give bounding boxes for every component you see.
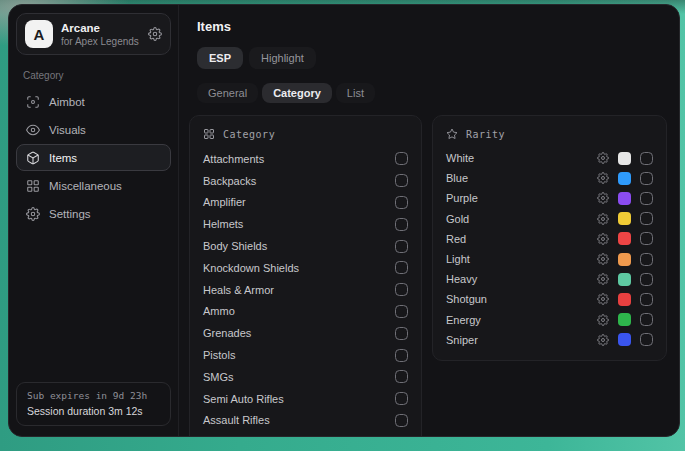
rarity-color-swatch[interactable] (618, 273, 631, 286)
category-row[interactable]: LMGs (203, 431, 408, 436)
rarity-checkbox[interactable] (640, 172, 653, 185)
rarity-row[interactable]: Shotgun (446, 289, 653, 309)
category-checkbox[interactable] (395, 392, 408, 405)
category-checkbox[interactable] (395, 196, 408, 209)
rarity-color-swatch[interactable] (618, 232, 631, 245)
sidebar-item-miscellaneous[interactable]: Miscellaneous (16, 172, 171, 199)
rarity-checkbox[interactable] (640, 293, 653, 306)
rarity-checkbox[interactable] (640, 212, 653, 225)
rarity-color-swatch[interactable] (618, 333, 631, 346)
category-row[interactable]: Knockdown Shields (203, 257, 408, 279)
sidebar-item-visuals[interactable]: Visuals (16, 116, 171, 143)
rarity-row-label: Sniper (446, 334, 478, 346)
rarity-row[interactable]: Sniper (446, 330, 653, 350)
rarity-settings-icon[interactable] (597, 172, 609, 184)
category-row-label: Knockdown Shields (203, 262, 299, 274)
rarity-checkbox[interactable] (640, 333, 653, 346)
rarity-settings-icon[interactable] (597, 233, 609, 245)
category-checkbox[interactable] (395, 218, 408, 231)
rarity-settings-icon[interactable] (597, 334, 609, 346)
category-checkbox[interactable] (395, 370, 408, 383)
arcane-window: A Arcane for Apex Legends Category Aimbo… (8, 4, 680, 437)
category-row[interactable]: Amplifier (203, 192, 408, 214)
sidebar-item-label: Miscellaneous (49, 180, 122, 192)
category-row-label: Ammo (203, 305, 235, 317)
rarity-row-controls (597, 172, 653, 185)
category-row-label: SMGs (203, 371, 234, 383)
category-checkbox[interactable] (395, 414, 408, 427)
category-row[interactable]: Heals & Armor (203, 279, 408, 301)
rarity-row[interactable]: Red (446, 229, 653, 249)
rarity-row[interactable]: White (446, 148, 653, 168)
rarity-color-swatch[interactable] (618, 172, 631, 185)
rarity-color-swatch[interactable] (618, 293, 631, 306)
category-row[interactable]: Body Shields (203, 235, 408, 257)
rarity-color-swatch[interactable] (618, 313, 631, 326)
rarity-list: White Blue Purple Gold (446, 148, 653, 350)
rarity-color-swatch[interactable] (618, 253, 631, 266)
category-row-label: Attachments (203, 153, 264, 165)
sidebar-item-label: Visuals (49, 124, 86, 136)
tab-category[interactable]: Category (262, 83, 332, 103)
rarity-row[interactable]: Purple (446, 188, 653, 208)
subscription-info-card: Sub expires in 9d 23h Session duration 3… (16, 382, 171, 426)
category-checkbox[interactable] (395, 152, 408, 165)
mode-highlight-button[interactable]: Highlight (249, 47, 316, 69)
rarity-checkbox[interactable] (640, 273, 653, 286)
rarity-row-controls (597, 313, 653, 326)
category-row[interactable]: Backpacks (203, 170, 408, 192)
rarity-row-controls (597, 152, 653, 165)
rarity-settings-icon[interactable] (597, 152, 609, 164)
category-checkbox[interactable] (395, 261, 408, 274)
category-row[interactable]: Pistols (203, 344, 408, 366)
category-checkbox[interactable] (395, 327, 408, 340)
rarity-panel-header: Rarity (446, 128, 653, 140)
rarity-checkbox[interactable] (640, 253, 653, 266)
category-checkbox[interactable] (395, 283, 408, 296)
category-row[interactable]: Helmets (203, 213, 408, 235)
category-row[interactable]: Semi Auto Rifles (203, 388, 408, 410)
rarity-settings-icon[interactable] (597, 273, 609, 285)
category-row[interactable]: Grenades (203, 322, 408, 344)
category-row[interactable]: Assault Rifles (203, 410, 408, 432)
rarity-color-swatch[interactable] (618, 192, 631, 205)
rarity-settings-icon[interactable] (597, 253, 609, 265)
category-row-label: Assault Rifles (203, 414, 270, 426)
grid-icon (203, 128, 215, 140)
rarity-row[interactable]: Blue (446, 168, 653, 188)
page-title: Items (197, 19, 667, 34)
rarity-settings-icon[interactable] (597, 314, 609, 326)
category-checkbox[interactable] (395, 349, 408, 362)
category-row[interactable]: SMGs (203, 366, 408, 388)
rarity-settings-icon[interactable] (597, 192, 609, 204)
rarity-checkbox[interactable] (640, 232, 653, 245)
rarity-settings-icon[interactable] (597, 293, 609, 305)
category-checkbox[interactable] (395, 305, 408, 318)
rarity-checkbox[interactable] (640, 192, 653, 205)
sidebar-item-items[interactable]: Items (16, 144, 171, 171)
sidebar-item-settings[interactable]: Settings (16, 200, 171, 227)
rarity-row[interactable]: Gold (446, 209, 653, 229)
rarity-checkbox[interactable] (640, 152, 653, 165)
rarity-row[interactable]: Heavy (446, 269, 653, 289)
rarity-row-label: White (446, 152, 474, 164)
sidebar-item-aimbot[interactable]: Aimbot (16, 88, 171, 115)
category-row[interactable]: Attachments (203, 148, 408, 170)
brand-settings-icon[interactable] (148, 27, 162, 41)
rarity-checkbox[interactable] (640, 313, 653, 326)
rarity-settings-icon[interactable] (597, 213, 609, 225)
category-checkbox[interactable] (395, 174, 408, 187)
rarity-row-controls (597, 212, 653, 225)
tab-list[interactable]: List (336, 83, 375, 103)
rarity-color-swatch[interactable] (618, 152, 631, 165)
tab-general[interactable]: General (197, 83, 258, 103)
rarity-panel: Rarity White Blue Purple (432, 115, 667, 361)
session-duration-text: Session duration 3m 12s (27, 405, 160, 417)
rarity-color-swatch[interactable] (618, 212, 631, 225)
sidebar-item-label: Settings (49, 208, 91, 220)
mode-esp-button[interactable]: ESP (197, 47, 243, 69)
rarity-row[interactable]: Energy (446, 310, 653, 330)
category-checkbox[interactable] (395, 240, 408, 253)
category-row[interactable]: Ammo (203, 301, 408, 323)
rarity-row[interactable]: Light (446, 249, 653, 269)
